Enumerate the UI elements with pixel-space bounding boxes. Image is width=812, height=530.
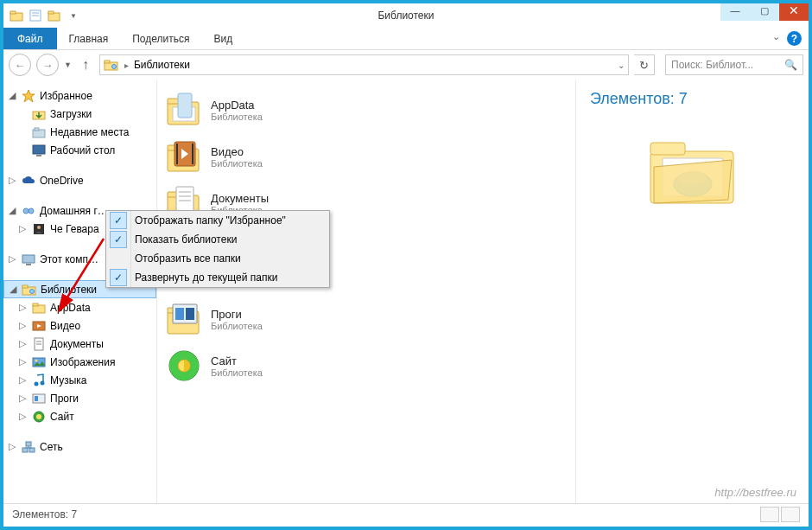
svg-rect-20 [22, 255, 35, 263]
library-item-appdata[interactable]: AppDataБиблиотека [166, 86, 567, 133]
expander-closed-icon[interactable]: ▷ [17, 356, 28, 367]
svg-rect-52 [176, 144, 178, 164]
qat-explorer-icon[interactable] [9, 8, 24, 23]
expander-open-icon[interactable]: ◢ [8, 284, 18, 295]
view-large-button[interactable] [781, 507, 800, 522]
library-item-video[interactable]: ВидеоБиблиотека [166, 133, 567, 180]
preview-folder-icon [645, 132, 740, 210]
svg-rect-73 [650, 143, 685, 155]
tree-lib-video[interactable]: ▷Видео [3, 316, 156, 335]
ribbon-collapse-icon[interactable]: ⌄ [772, 31, 780, 46]
maximize-button[interactable]: ▢ [750, 0, 779, 21]
breadcrumb-text[interactable]: Библиотеки [134, 59, 190, 71]
svg-rect-69 [186, 308, 194, 320]
address-dropdown-icon[interactable]: ⌄ [618, 61, 625, 70]
libraries-icon [22, 283, 37, 297]
tree-downloads[interactable]: Загрузки [3, 105, 156, 123]
expander-closed-icon[interactable]: ▷ [7, 253, 17, 265]
tree-lib-pictures[interactable]: ▷Изображения [3, 353, 156, 371]
network-icon [21, 440, 36, 454]
expander-closed-icon[interactable]: ▷ [17, 223, 28, 234]
expander-closed-icon[interactable]: ▷ [17, 338, 28, 349]
view-details-button[interactable] [760, 507, 779, 522]
expander-open-icon[interactable]: ◢ [7, 90, 17, 101]
svg-point-9 [111, 65, 116, 69]
tree-network[interactable]: ▷Сеть [3, 437, 156, 456]
svg-rect-57 [176, 187, 193, 211]
forward-button[interactable]: → [36, 54, 59, 76]
expander-closed-icon[interactable]: ▷ [17, 393, 28, 404]
svg-marker-10 [22, 90, 35, 102]
folder-icon [31, 301, 47, 315]
svg-rect-15 [36, 155, 41, 156]
status-bar: Элементов: 7 [3, 503, 809, 525]
tree-lib-site[interactable]: ▷Сайт [3, 407, 156, 425]
expander-closed-icon[interactable]: ▷ [17, 302, 28, 313]
menu-item-expand-to-current[interactable]: ✓ Развернуть до текущей папки [106, 268, 329, 287]
svg-point-19 [37, 226, 41, 229]
library-app-icon [166, 301, 202, 337]
tree-onedrive[interactable]: ▷OneDrive [3, 171, 156, 189]
breadcrumb-sep-icon[interactable]: ▸ [124, 61, 129, 70]
cloud-icon [21, 174, 36, 188]
checkmark-icon: ✓ [110, 269, 127, 286]
svg-point-39 [36, 414, 41, 419]
expander-closed-icon[interactable]: ▷ [17, 374, 28, 386]
content-pane[interactable]: AppDataБиблиотека ВидеоБиблиотека Докуме… [157, 80, 575, 503]
recent-icon [31, 125, 47, 139]
tree-desktop[interactable]: Рабочий стол [3, 141, 156, 159]
search-box[interactable]: Поиск: Библиот... 🔍 [665, 54, 803, 75]
tab-view[interactable]: Вид [201, 28, 244, 49]
desktop-icon [31, 144, 47, 157]
tree-lib-documents[interactable]: ▷Документы [3, 335, 156, 353]
expander-closed-icon[interactable]: ▷ [7, 441, 17, 452]
status-text: Элементов: 7 [12, 508, 77, 520]
expander-closed-icon[interactable]: ▷ [17, 320, 28, 331]
preview-pane: Элементов: 7 [575, 80, 809, 503]
menu-item-show-favorites[interactable]: ✓ Отображать папку "Избранное" [106, 211, 329, 230]
homegroup-icon [21, 204, 36, 218]
library-item-site[interactable]: СайтБиблиотека [166, 342, 567, 389]
ribbon-tabs: Файл Главная Поделиться Вид ⌄ ? [3, 28, 809, 50]
help-icon[interactable]: ? [787, 31, 802, 46]
minimize-button[interactable]: — [720, 0, 750, 21]
window-title: Библиотеки [3, 10, 809, 22]
svg-rect-40 [22, 448, 28, 452]
svg-rect-6 [48, 11, 54, 14]
svg-rect-42 [26, 442, 31, 446]
tree-lib-music[interactable]: ▷Музыка [3, 371, 156, 389]
menu-item-show-all-folders[interactable]: Отобразить все папки [106, 249, 329, 268]
expander-closed-icon[interactable]: ▷ [7, 175, 17, 186]
expander-open-icon[interactable]: ◢ [7, 205, 17, 216]
svg-rect-21 [26, 264, 31, 265]
title-bar: ▼ Библиотеки — ▢ ✕ [3, 3, 809, 28]
qat-properties-icon[interactable] [28, 8, 43, 23]
qat-newfolder-icon[interactable] [47, 8, 62, 23]
svg-point-24 [30, 289, 35, 293]
history-dropdown-icon[interactable]: ▼ [64, 61, 72, 69]
expander-closed-icon[interactable]: ▷ [17, 411, 28, 422]
navigation-pane[interactable]: ◢ Избранное Загрузки Недавние места Рабо… [3, 80, 157, 503]
navpane-context-menu[interactable]: ✓ Отображать папку "Избранное" ✓ Показат… [105, 210, 330, 288]
tab-home[interactable]: Главная [57, 28, 121, 49]
tree-lib-progi[interactable]: ▷Проги [3, 389, 156, 407]
library-item-progi[interactable]: ПрогиБиблиотека [166, 296, 567, 342]
tree-lib-appdata[interactable]: ▷AppData [3, 298, 156, 316]
refresh-button[interactable]: ↻ [634, 54, 655, 75]
svg-rect-68 [175, 308, 184, 320]
svg-point-35 [41, 380, 45, 385]
up-button[interactable]: ↑ [77, 56, 94, 73]
svg-rect-1 [10, 11, 16, 14]
svg-rect-48 [178, 93, 192, 118]
address-bar[interactable]: ▸ Библиотеки ⌄ [99, 54, 629, 75]
tree-recent[interactable]: Недавние места [3, 123, 156, 141]
menu-item-show-libraries[interactable]: ✓ Показать библиотеки [106, 230, 329, 249]
file-tab[interactable]: Файл [3, 28, 57, 49]
qat-dropdown-icon[interactable]: ▼ [66, 8, 81, 23]
tab-share[interactable]: Поделиться [120, 28, 201, 49]
close-button[interactable]: ✕ [779, 0, 809, 21]
search-icon: 🔍 [784, 59, 797, 71]
preview-header: Элементов: 7 [590, 90, 795, 108]
tree-favorites[interactable]: ◢ Избранное [3, 86, 156, 105]
back-button[interactable]: ← [9, 54, 31, 76]
